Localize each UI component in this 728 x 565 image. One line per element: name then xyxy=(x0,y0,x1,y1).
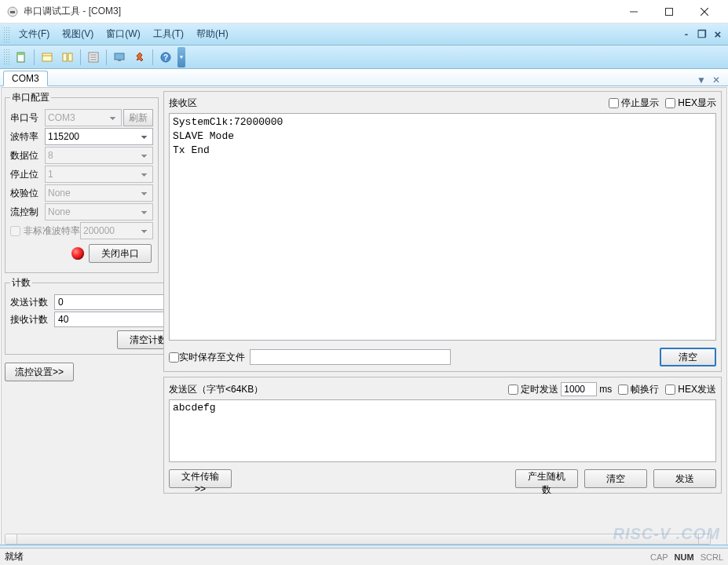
databits-select[interactable]: 8 xyxy=(45,147,153,164)
send-area-title: 发送区（字节<64KB） xyxy=(169,383,502,396)
stopbits-select[interactable]: 1 xyxy=(45,166,153,183)
file-transfer-button[interactable]: 文件传输>> xyxy=(169,469,232,488)
mdi-restore-button[interactable]: ❐ xyxy=(695,28,709,41)
svg-rect-3 xyxy=(665,8,672,15)
statusbar: 就绪 CAP NUM SCRL xyxy=(0,548,728,565)
port-status-led-icon xyxy=(71,247,84,260)
serial-config-group: 串口配置 串口号 COM3 刷新 波特率 115200 数据位 8 停止位 1 … xyxy=(5,91,159,273)
flow-select[interactable]: None xyxy=(45,203,153,221)
tab-close-icon[interactable]: ✕ xyxy=(711,75,722,86)
recv-count-label: 接收计数 xyxy=(10,313,54,326)
menubar-grip xyxy=(3,27,9,42)
send-area-group: 发送区（字节<64KB） 定时发送 ms 帧换行 HEX发送 文件传输>> 产生… xyxy=(163,377,722,494)
tab-com3[interactable]: COM3 xyxy=(3,71,48,86)
menu-file[interactable]: 文件(F) xyxy=(13,24,56,44)
baud-select[interactable]: 115200 xyxy=(45,128,153,145)
hex-display-checkbox[interactable] xyxy=(665,98,675,108)
window-title: 串口调试工具 - [COM3] xyxy=(24,5,616,18)
status-ready: 就绪 xyxy=(5,550,24,563)
horizontal-scrollbar[interactable] xyxy=(5,534,711,545)
svg-rect-10 xyxy=(63,53,67,61)
tool-new-icon[interactable] xyxy=(12,48,31,67)
clear-receive-button[interactable]: 清空 xyxy=(660,348,716,366)
save-to-file-checkbox[interactable] xyxy=(169,352,179,363)
mdi-minimize-button[interactable]: - xyxy=(679,28,693,41)
hex-send-label[interactable]: HEX发送 xyxy=(665,383,716,396)
menu-help[interactable]: 帮助(H) xyxy=(190,24,235,44)
ms-label: ms xyxy=(599,384,612,395)
serial-config-legend: 串口配置 xyxy=(10,91,51,104)
tool-pin-icon[interactable] xyxy=(130,48,149,67)
send-count-label: 发送计数 xyxy=(10,296,54,309)
close-port-button[interactable]: 关闭串口 xyxy=(89,244,152,263)
svg-rect-8 xyxy=(42,53,52,61)
svg-rect-1 xyxy=(10,11,15,13)
right-panel: 接收区 停止显示 HEX显示 实时保存至文件 清空 发送区（字节<64KB） 定… xyxy=(162,88,726,546)
left-panel: 串口配置 串口号 COM3 刷新 波特率 115200 数据位 8 停止位 1 … xyxy=(2,88,162,546)
hex-display-label[interactable]: HEX显示 xyxy=(665,97,716,110)
svg-rect-17 xyxy=(118,60,121,61)
svg-text:?: ? xyxy=(163,53,168,62)
svg-rect-7 xyxy=(17,53,24,55)
menu-view[interactable]: 视图(V) xyxy=(56,24,100,44)
status-cap: CAP xyxy=(650,552,668,562)
tool-tile-icon[interactable] xyxy=(58,48,77,67)
nonstd-baud-select[interactable]: 200000 xyxy=(80,222,153,239)
receive-area-group: 接收区 停止显示 HEX显示 实时保存至文件 清空 xyxy=(163,91,722,372)
window-maximize-button[interactable] xyxy=(651,1,686,23)
window-close-button[interactable] xyxy=(686,1,722,23)
nonstd-baud-label: 非标准波特率 xyxy=(24,224,80,238)
tool-help-icon[interactable]: ? xyxy=(156,48,175,67)
port-select[interactable]: COM3 xyxy=(45,109,122,126)
timed-send-label[interactable]: 定时发送 xyxy=(508,383,558,396)
menu-tools[interactable]: 工具(T) xyxy=(147,24,190,44)
document-tabstrip: COM3 ▼ ✕ xyxy=(0,69,728,86)
wrap-label[interactable]: 帧换行 xyxy=(618,383,659,396)
menu-window[interactable]: 窗口(W) xyxy=(100,24,146,44)
toolbar-grip xyxy=(3,49,9,66)
main-content: 串口配置 串口号 COM3 刷新 波特率 115200 数据位 8 停止位 1 … xyxy=(1,87,727,547)
send-textarea[interactable] xyxy=(169,399,716,462)
tool-window-icon[interactable] xyxy=(38,48,57,67)
receive-area-title: 接收区 xyxy=(169,97,602,110)
status-scrl: SCRL xyxy=(701,552,723,562)
app-icon xyxy=(6,5,19,18)
hex-send-checkbox[interactable] xyxy=(665,385,675,395)
svg-rect-11 xyxy=(68,53,72,61)
tool-properties-icon[interactable] xyxy=(84,48,103,67)
save-to-file-label[interactable]: 实时保存至文件 xyxy=(169,351,245,364)
toolbar: ? ▾ xyxy=(0,46,728,69)
counter-group: 计数 发送计数 接收计数 清空计数 xyxy=(5,276,185,355)
flow-settings-button[interactable]: 流控设置>> xyxy=(5,363,74,381)
status-num: NUM xyxy=(675,552,694,562)
refresh-button[interactable]: 刷新 xyxy=(123,109,153,126)
tab-dropdown-icon[interactable]: ▼ xyxy=(695,75,708,86)
wrap-checkbox[interactable] xyxy=(618,385,628,395)
toolbar-overflow-icon[interactable]: ▾ xyxy=(177,47,185,67)
send-count-field[interactable] xyxy=(54,294,180,310)
parity-select[interactable]: None xyxy=(45,184,153,202)
timed-send-checkbox[interactable] xyxy=(508,385,518,395)
parity-label: 校验位 xyxy=(10,187,45,200)
window-minimize-button[interactable] xyxy=(616,1,651,23)
databits-label: 数据位 xyxy=(10,149,45,162)
flow-label: 流控制 xyxy=(10,206,45,219)
gen-random-button[interactable]: 产生随机数 xyxy=(515,469,578,488)
counter-legend: 计数 xyxy=(10,276,32,290)
tool-monitor-icon[interactable] xyxy=(110,48,129,67)
interval-field[interactable] xyxy=(561,382,597,396)
stop-display-checkbox[interactable] xyxy=(609,98,619,108)
receive-textarea[interactable] xyxy=(169,113,716,341)
port-label: 串口号 xyxy=(10,111,45,125)
stopbits-label: 停止位 xyxy=(10,168,45,181)
stop-display-label[interactable]: 停止显示 xyxy=(609,97,659,110)
clear-send-button[interactable]: 清空 xyxy=(584,469,647,488)
send-button[interactable]: 发送 xyxy=(653,469,716,488)
recv-count-field[interactable] xyxy=(54,312,180,327)
nonstd-baud-checkbox[interactable] xyxy=(10,226,20,236)
baud-label: 波特率 xyxy=(10,130,45,144)
menubar: 文件(F) 视图(V) 窗口(W) 工具(T) 帮助(H) - ❐ × xyxy=(0,24,728,46)
save-path-field[interactable] xyxy=(250,349,451,365)
svg-rect-16 xyxy=(115,53,124,60)
mdi-close-button[interactable]: × xyxy=(711,28,725,41)
